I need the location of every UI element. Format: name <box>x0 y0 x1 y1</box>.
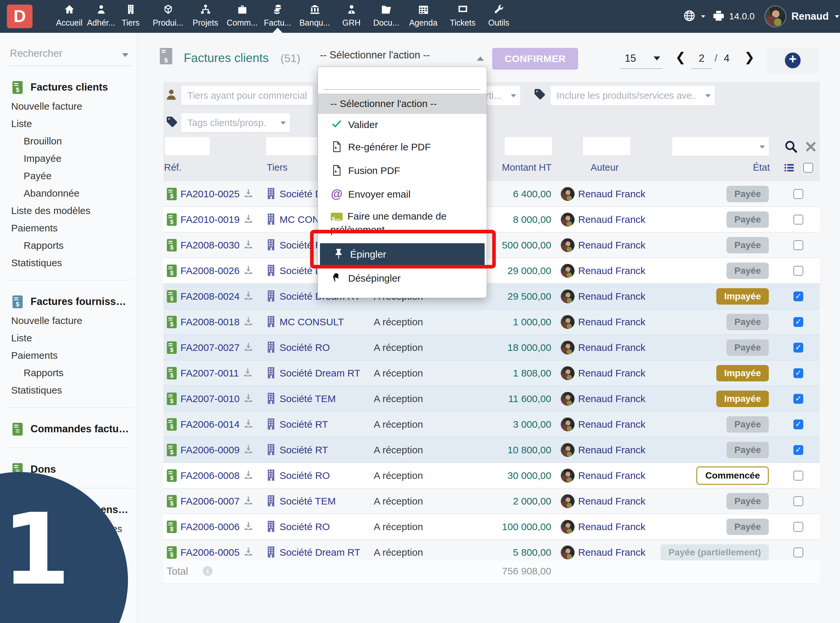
author-link[interactable]: Renaud Franck <box>578 547 645 558</box>
user-avatar[interactable] <box>765 6 786 27</box>
author-link[interactable]: Renaud Franck <box>578 291 645 302</box>
sidebar-item-pay-e[interactable]: Payée <box>0 167 137 184</box>
author-link[interactable]: Renaud Franck <box>578 470 645 481</box>
dropdown-search-input[interactable] <box>324 74 481 90</box>
download-icon[interactable] <box>243 444 254 456</box>
menu-option-envoyer-email[interactable]: @Envoyer email <box>318 184 487 206</box>
author-link[interactable]: Renaud Franck <box>578 445 645 456</box>
invoice-ref-link[interactable]: FA2007-0010 <box>181 393 239 404</box>
download-icon[interactable] <box>243 546 254 559</box>
nav-item-compta[interactable]: Factu... <box>258 4 297 28</box>
column-header-state[interactable]: État <box>737 162 770 173</box>
row-checkbox[interactable] <box>793 343 803 353</box>
company-link[interactable]: Société R <box>280 239 322 251</box>
invoice-ref-link[interactable]: FA2010-0025 <box>181 189 239 199</box>
download-icon[interactable] <box>243 470 254 482</box>
tiers-filter-input[interactable] <box>266 137 317 156</box>
row-checkbox[interactable] <box>793 292 803 301</box>
invoice-ref-link[interactable]: FA2006-0014 <box>181 419 239 430</box>
sidebar-item-rapports[interactable]: Rapports <box>0 364 137 381</box>
row-checkbox[interactable] <box>793 266 803 276</box>
state-filter-select[interactable] <box>672 137 769 156</box>
invoice-ref-link[interactable]: FA2007-0011 <box>181 368 239 379</box>
author-link[interactable]: Renaud Franck <box>578 342 645 353</box>
row-checkbox[interactable] <box>793 189 803 199</box>
invoice-ref-link[interactable]: FA2008-0026 <box>181 265 239 276</box>
menu-option-valider[interactable]: Valider <box>318 114 487 136</box>
author-link[interactable]: Renaud Franck <box>578 368 645 379</box>
row-checkbox[interactable] <box>793 240 803 250</box>
company-link[interactable]: Société RO <box>280 521 330 532</box>
sidebar-section-commandes[interactable]: Commandes facturab... <box>0 419 137 439</box>
sidebar-item-liste[interactable]: Liste <box>0 115 137 132</box>
sidebar-section-factures[interactable]: Factures clients <box>0 77 137 98</box>
company-link[interactable]: MC CONSULT <box>280 316 344 328</box>
products-filter-select[interactable]: Inclure les produits/services ave... <box>550 86 715 106</box>
author-link[interactable]: Renaud Franck <box>578 393 645 404</box>
row-checkbox[interactable] <box>793 445 803 455</box>
download-icon[interactable] <box>243 521 254 533</box>
row-checkbox[interactable] <box>793 496 803 506</box>
row-checkbox[interactable] <box>793 522 803 532</box>
prev-page-button[interactable]: ❮ <box>675 50 686 64</box>
invoice-ref-link[interactable]: FA2008-0030 <box>181 239 239 251</box>
column-header-amount[interactable]: Montant HT <box>501 162 552 173</box>
download-icon[interactable] <box>243 393 254 405</box>
company-link[interactable]: Société Dream RT <box>280 547 360 558</box>
row-checkbox[interactable] <box>793 317 803 327</box>
nav-item-grh[interactable]: GRH <box>332 4 371 28</box>
company-link[interactable]: Société TEM <box>280 393 336 404</box>
download-icon[interactable] <box>243 316 254 328</box>
invoice-ref-link[interactable]: FA2010-0019 <box>181 214 239 225</box>
author-link[interactable]: Renaud Franck <box>578 316 645 328</box>
mass-action-select[interactable]: -- Sélectionner l'action -- <box>320 49 487 69</box>
sidebar-item-nouvelle-facture[interactable]: Nouvelle facture <box>0 312 137 329</box>
download-icon[interactable] <box>243 495 254 507</box>
column-header-ref[interactable]: Réf. <box>164 162 181 173</box>
amount-filter-input[interactable] <box>505 137 552 156</box>
search-icon[interactable] <box>783 139 798 155</box>
download-icon[interactable] <box>243 342 254 353</box>
author-filter-input[interactable] <box>583 137 630 156</box>
author-link[interactable]: Renaud Franck <box>578 214 645 225</box>
menu-option--sélectionner-l-action-[interactable]: -- Sélectionner l'action -- <box>318 94 487 114</box>
company-link[interactable]: Société TEM <box>280 496 336 507</box>
menu-option-fusion-pdf[interactable]: Fusion PDF <box>318 160 487 184</box>
nav-item-tickets[interactable]: Tickets <box>443 4 482 28</box>
nav-item-produits[interactable]: Produi... <box>148 4 188 28</box>
sidebar-search-input[interactable] <box>9 47 109 60</box>
list-fields-icon[interactable] <box>783 162 795 175</box>
sidebar-item-statistiques[interactable]: Statistiques <box>0 381 137 399</box>
nav-item-documents[interactable]: Docu... <box>366 4 406 28</box>
invoice-ref-link[interactable]: FA2006-0009 <box>181 445 239 456</box>
download-icon[interactable] <box>243 214 254 226</box>
company-link[interactable]: Société RO <box>280 342 330 353</box>
nav-item-agenda[interactable]: Agenda <box>403 4 443 28</box>
confirm-button[interactable]: CONFIRMER <box>492 48 578 70</box>
next-page-button[interactable]: ❯ <box>744 50 755 64</box>
invoice-ref-link[interactable]: FA2006-0006 <box>181 521 239 532</box>
download-icon[interactable] <box>243 265 254 277</box>
invoice-ref-link[interactable]: FA2008-0024 <box>181 291 239 302</box>
sidebar-search[interactable] <box>9 47 131 66</box>
author-link[interactable]: Renaud Franck <box>578 419 645 430</box>
sidebar-item-paiements[interactable]: Paiements <box>0 219 137 237</box>
ref-filter-input[interactable] <box>165 137 210 156</box>
row-checkbox[interactable] <box>793 548 803 557</box>
company-link[interactable]: Société Dream RT <box>280 368 360 379</box>
tags-filter-select[interactable]: Tags clients/prosp. <box>181 113 290 133</box>
dolibarr-logo[interactable]: D <box>7 5 32 28</box>
download-icon[interactable] <box>243 290 254 302</box>
sidebar-item-nouvelle-facture[interactable]: Nouvelle facture <box>0 98 137 115</box>
row-checkbox[interactable] <box>793 215 803 224</box>
page-size-select[interactable]: 15 <box>620 49 662 69</box>
add-invoice-button[interactable] <box>785 52 801 68</box>
user-name[interactable]: Renaud <box>791 11 829 22</box>
sidebar-item-rapports[interactable]: Rapports <box>0 237 137 254</box>
download-icon[interactable] <box>243 188 254 200</box>
clear-filters-icon[interactable] <box>805 141 817 154</box>
nav-item-projets[interactable]: Projets <box>186 4 225 28</box>
download-icon[interactable] <box>242 367 253 379</box>
sidebar-item-brouillon[interactable]: Brouillon <box>0 132 137 150</box>
row-checkbox[interactable] <box>793 368 803 378</box>
